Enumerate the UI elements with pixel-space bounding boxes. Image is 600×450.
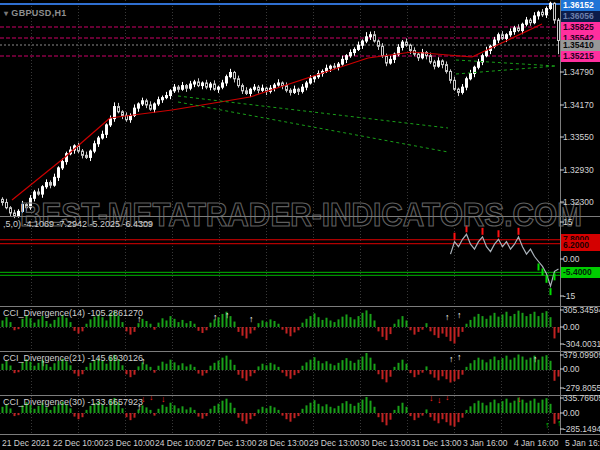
axis-tick-label: 1.33550 xyxy=(563,132,594,142)
chevron-down-icon: ▾ xyxy=(4,9,8,18)
signal-up-arrow-icon: ↑ xyxy=(533,354,538,364)
axis-tick-label: -285.14942 xyxy=(563,424,600,434)
axis-tick-label: 0.00 xyxy=(563,322,580,332)
signal-up-arrow-icon: ↑ xyxy=(249,314,254,324)
signal-down-arrow-icon: ↓ xyxy=(445,392,450,402)
axis-tick-label: 1.32300 xyxy=(563,197,594,207)
signal-up-arrow-icon: ↑ xyxy=(457,352,462,362)
time-axis-label: 30 Dec 13:00 xyxy=(360,438,411,448)
time-axis-label: 31 Dec 13:00 xyxy=(411,438,462,448)
axis-tick-label: 1.32930 xyxy=(563,165,594,175)
price-level-label: 1.36056 xyxy=(561,11,600,22)
band-level-label: 6.2000 xyxy=(561,240,600,251)
time-axis-label: 21 Dec 2021 xyxy=(2,438,50,448)
axis-tick-label: 0.00 xyxy=(563,408,580,418)
mt4-chart-window: ↑↑↑↑↑↑↑↑↑↑↑↑↓↓↓↓↓↓↓↑↑BEST-METATRADER-IND… xyxy=(0,0,600,450)
axis-tick-label: 15 xyxy=(563,217,572,227)
time-axis-label: 22 Dec 10:00 xyxy=(53,438,104,448)
signal-up-arrow-icon: ↑ xyxy=(449,354,454,364)
time-axis-label: 4 Jan 16:00 xyxy=(514,438,558,448)
symbol-period-label: GBPUSD,H1 xyxy=(11,8,66,18)
signal-up-arrow-icon: ↑ xyxy=(457,310,462,320)
signal-down-arrow-icon: ↓ xyxy=(437,395,442,405)
axis-tick-label: 0.00 xyxy=(563,254,580,264)
price-level-label: 1.35215 xyxy=(561,51,600,62)
signal-up-arrow-icon: ↑ xyxy=(445,312,450,322)
price-level-label: 1.36152 xyxy=(561,0,600,11)
price-level-label: 1.35410 xyxy=(561,40,600,51)
price-level-label: 1.35825 xyxy=(561,22,600,33)
axis-tick-label: -279.80550 xyxy=(563,383,600,393)
signal-down-arrow-icon: ↓ xyxy=(149,392,154,402)
axis-tick-label: -15 xyxy=(563,291,575,301)
indicator-label-cci14: CCI_Divergence(14) -105.2861270 xyxy=(3,308,143,318)
time-axis-label: 24 Dec 10:00 xyxy=(155,438,206,448)
time-axis-label: 5 Jan 16:00 xyxy=(565,438,600,448)
indicator-label-cci21: CCI_Divergence(21) -145.6930126 xyxy=(3,353,143,363)
band-level-label: -5.4000 xyxy=(561,267,600,278)
indicator-label-cci30: CCI_Divergence(30) -133.6657923 xyxy=(3,397,143,407)
time-axis-label: 27 Dec 13:00 xyxy=(206,438,257,448)
time-axis-label: 23 Dec 10:00 xyxy=(104,438,155,448)
axis-tick-label: 1.34790 xyxy=(563,67,594,77)
signal-up-arrow-icon: ↑ xyxy=(213,312,218,322)
time-axis-label: 29 Dec 13:00 xyxy=(309,438,360,448)
axis-tick-label: -304.00314 xyxy=(563,339,600,349)
axis-tick-label: 379.09909 xyxy=(563,350,600,360)
axis-tick-label: 0.00 xyxy=(563,364,580,374)
axis-tick-label: 335.76605 xyxy=(563,393,600,403)
indicator-label-window2: ,5,0) -4.1069 -7.2942 -5.2025 -6.4309 xyxy=(3,219,153,229)
signal-down-arrow-icon: ↓ xyxy=(429,393,434,403)
axis-tick-label: 305.34594 xyxy=(563,305,600,315)
signal-up-arrow-icon: ↑ xyxy=(225,310,230,320)
time-axis-label: 3 Jan 16:00 xyxy=(463,438,507,448)
time-axis-label: 28 Dec 13:00 xyxy=(258,438,309,448)
signal-up-arrow-icon: ↑ xyxy=(545,420,550,430)
symbol-period-selector[interactable]: ▾GBPUSD,H1 xyxy=(4,8,67,18)
axis-tick-label: 1.34170 xyxy=(563,100,594,110)
